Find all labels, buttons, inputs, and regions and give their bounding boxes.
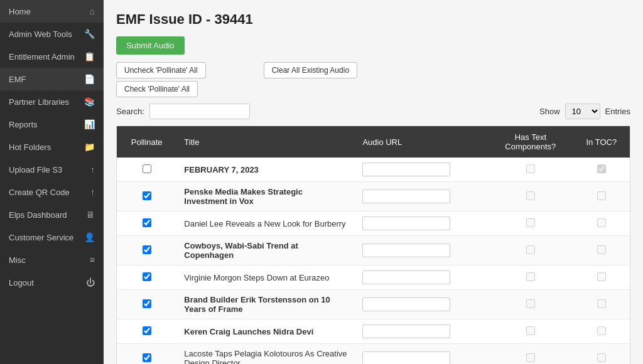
misc-icon: ≡ [90,255,95,265]
table-row: FEBRUARY 7, 2023 [117,158,630,182]
pollinate-checkbox[interactable] [143,245,151,254]
logout-icon: ⏻ [86,277,95,287]
in-toc-checkbox [597,272,606,281]
sidebar-item-customer-service[interactable]: Customer Service 👤 [0,226,104,249]
table-row: Keren Craig Launches Nidra Devi [117,319,630,344]
col-has-text: Has Text Components? [488,126,573,158]
col-title: Title [176,126,355,158]
sidebar-label: Customer Service [9,233,73,242]
row-title: Virginie Morgon Steps Down at Eurazeo [176,265,355,290]
in-toc-checkbox [597,326,606,335]
in-toc-checkbox [597,299,606,308]
clipboard-icon: 📋 [84,51,95,62]
search-row: Search: Show 10 25 50 100 Entries [116,104,630,119]
sidebar-label: Upload File S3 [9,165,62,174]
col-audio-url: Audio URL [355,126,488,158]
sidebar-label: Hot Folders [9,142,51,152]
audio-url-input[interactable] [362,190,450,203]
content-area: EMF Issue ID - 39441 Submit Audio Unchec… [104,0,643,364]
table-row: Brand Builder Erik Torstensson on 10 Yea… [117,290,630,319]
sidebar-label: Admin Web Tools [9,29,72,39]
sidebar-item-admin-web-tools[interactable]: Admin Web Tools 🔧 [0,23,104,45]
sidebar: Home ⌂ Admin Web Tools 🔧 Entitlement Adm… [0,0,104,364]
home-icon: ⌂ [90,6,95,16]
page-title: EMF Issue ID - 39441 [116,11,630,28]
in-toc-checkbox [597,218,606,227]
library-icon: 📚 [84,97,95,107]
table-row: Daniel Lee Reveals a New Look for Burber… [117,211,630,236]
row-title: FEBRUARY 7, 2023 [176,158,355,182]
has-text-checkbox [526,245,535,254]
pollinate-checkbox[interactable] [143,218,151,227]
audio-url-input[interactable] [362,324,450,338]
clear-audio-button[interactable]: Clear All Existing Audio [264,62,357,78]
table-row: Penske Media Makes Strategic Investment … [117,182,630,211]
audio-url-input[interactable] [362,351,450,364]
uncheck-pollinate-button[interactable]: Uncheck 'Pollinate' All [116,62,206,78]
show-label: Show [539,107,560,116]
sidebar-label: Create QR Code [9,188,70,197]
sidebar-item-upload-file-s3[interactable]: Upload File S3 ↑ [0,158,104,181]
has-text-checkbox [526,191,535,200]
row-title: Brand Builder Erik Torstensson on 10 Yea… [176,290,355,319]
row-title: Daniel Lee Reveals a New Look for Burber… [176,211,355,236]
pollinate-checkbox[interactable] [143,299,151,308]
sidebar-label: Entitlement Admin [9,52,75,62]
has-text-checkbox [526,299,535,308]
file-icon: 📄 [84,74,95,84]
sidebar-item-emf[interactable]: EMF 📄 [0,68,104,90]
main-content: EMF Issue ID - 39441 Submit Audio Unchec… [104,0,643,364]
sidebar-item-hot-folders[interactable]: Hot Folders 📁 [0,136,104,158]
table-row: Cowboys, Wabi-Sabi Trend at Copenhagen [117,236,630,265]
in-toc-checkbox [597,353,606,362]
wrench-icon: 🔧 [84,29,95,39]
entries-label: Entries [605,107,630,116]
row-title: Penske Media Makes Strategic Investment … [176,182,355,211]
sidebar-label: Reports [9,120,38,129]
pollinate-checkbox[interactable] [143,326,151,335]
show-select[interactable]: 10 25 50 100 [565,104,600,119]
row-title: Cowboys, Wabi-Sabi Trend at Copenhagen [176,236,355,265]
pollinate-checkbox[interactable] [143,272,151,281]
table-row: Lacoste Taps Pelagia Kolotouros As Creat… [117,344,630,365]
pollinate-checkbox[interactable] [143,164,151,173]
sidebar-item-home[interactable]: Home ⌂ [0,0,104,23]
table-header-row: Pollinate Title Audio URL Has Text Compo… [117,126,630,158]
audio-table-wrap: Pollinate Title Audio URL Has Text Compo… [116,126,630,364]
person-icon: 👤 [84,232,95,242]
audio-url-input[interactable] [362,270,450,284]
pollinate-checkbox[interactable] [143,353,151,362]
audio-url-input[interactable] [362,163,450,176]
audio-url-input[interactable] [362,244,450,257]
row-title: Lacoste Taps Pelagia Kolotouros As Creat… [176,344,355,365]
has-text-checkbox [526,164,535,173]
sidebar-label: Partner Libraries [9,97,69,107]
col-in-toc: In TOC? [573,126,630,158]
sidebar-item-create-qr-code[interactable]: Create QR Code ↑ [0,181,104,203]
sidebar-item-reports[interactable]: Reports 📊 [0,113,104,136]
sidebar-item-entitlement-admin[interactable]: Entitlement Admin 📋 [0,45,104,68]
chart-icon: 📊 [84,119,95,129]
in-toc-checkbox [597,245,606,254]
search-label: Search: [116,107,144,116]
qr-icon: ↑ [90,187,95,197]
sidebar-item-partner-libraries[interactable]: Partner Libraries 📚 [0,90,104,113]
has-text-checkbox [526,272,535,281]
sidebar-item-logout[interactable]: Logout ⏻ [0,271,104,294]
sidebar-label: Misc [9,255,26,265]
audio-table: Pollinate Title Audio URL Has Text Compo… [117,126,630,364]
audio-url-input[interactable] [362,297,450,311]
search-input[interactable] [149,104,250,119]
table-row: Virginie Morgon Steps Down at Eurazeo [117,265,630,290]
sidebar-label: Logout [9,278,34,287]
pollinate-checkbox[interactable] [143,191,151,200]
sidebar-item-misc[interactable]: Misc ≡ [0,249,104,271]
audio-url-input[interactable] [362,217,450,230]
has-text-checkbox [526,326,535,335]
check-pollinate-button[interactable]: Check 'Pollinate' All [116,81,198,97]
sidebar-item-elps-dashboard[interactable]: Elps Dashboard 🖥 [0,203,104,226]
in-toc-checkbox [597,164,606,173]
has-text-checkbox [526,218,535,227]
folder-icon: 📁 [84,142,95,152]
submit-audio-button[interactable]: Submit Audio [116,36,185,55]
